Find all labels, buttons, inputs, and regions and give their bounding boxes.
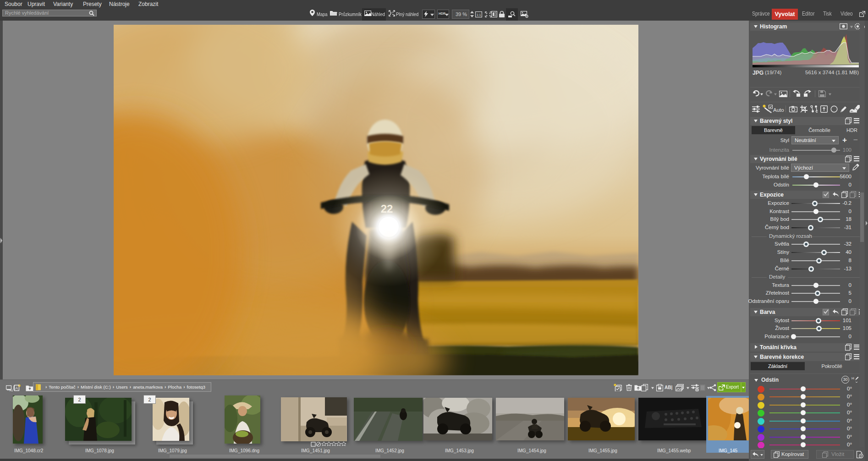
svg-text:AZ: AZ <box>10 389 13 391</box>
svg-text:H: H <box>852 376 854 380</box>
svg-text:A: A <box>16 386 18 390</box>
svg-text:1:1: 1:1 <box>477 13 481 16</box>
